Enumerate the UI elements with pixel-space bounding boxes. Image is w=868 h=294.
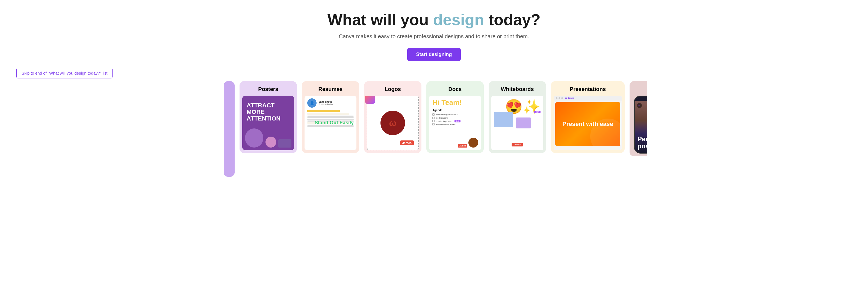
pres-dot-3: [561, 97, 563, 99]
home-icon: ⌂: [637, 97, 638, 100]
partial-card-left: [224, 81, 235, 177]
social-canva-logo-icon: ω: [639, 104, 641, 107]
card-social-body: ⌂ ••• ↗ ω Perfect your post: [629, 96, 647, 156]
docs-checkbox-1: [432, 113, 435, 116]
whiteboards-inner: 😍✨ Ash James: [491, 96, 543, 150]
docs-item-2: Ice breakers: [432, 117, 478, 119]
docs-hi-team: Hi Team!: [432, 99, 478, 106]
docs-item-text-2: Ice breakers: [436, 117, 448, 119]
docs-avatar: [468, 138, 478, 148]
headline-suffix: today?: [484, 11, 540, 28]
page-title: What will you design today?: [328, 11, 540, 28]
docs-checkbox-2: [432, 117, 435, 119]
resume-highlight: [307, 110, 340, 112]
docs-ash-tag: Ash: [455, 120, 460, 122]
card-posters[interactable]: Posters ATTRACT MORE ATTENTION: [240, 81, 297, 153]
resume-line-2: [307, 117, 354, 118]
page-wrapper: What will you design today? Canva makes …: [0, 0, 868, 294]
card-presentations-label: Presentations: [551, 81, 625, 96]
card-docs-body: Hi Team! Agenda Acknowledgement of ci...…: [426, 96, 484, 153]
wb-rectangle-1: [494, 112, 513, 127]
poster-text: ATTRACT MORE ATTENTION: [247, 102, 290, 122]
skip-link[interactable]: Skip to end of “What will you design tod…: [17, 68, 113, 79]
resume-name-block: Jane Smith Business Analyst: [319, 100, 333, 105]
resume-header: 👤 Jane Smith Business Analyst: [307, 98, 354, 108]
svg-text:ω: ω: [389, 118, 396, 128]
card-logos[interactable]: Logos ω James: [364, 81, 422, 153]
docs-item-1: Acknowledgement of ci...: [432, 113, 478, 116]
resume-name: Jane Smith: [319, 100, 333, 103]
resume-section-1: [307, 113, 349, 115]
pres-slide-text: Present with ease: [562, 121, 613, 127]
docs-item-text-3: Leadership intros: [436, 120, 452, 122]
resume-line-6: [307, 126, 354, 127]
cards-row: Posters ATTRACT MORE ATTENTION Resumes: [221, 81, 647, 182]
card-whiteboards[interactable]: Whiteboards 😍✨ Ash James: [489, 81, 546, 153]
docs-checkbox-3: [432, 120, 435, 122]
docs-item-text-1: Acknowledgement of ci...: [436, 113, 460, 116]
docs-checkbox-4: [432, 123, 435, 125]
card-whiteboards-label: Whiteboards: [489, 81, 546, 96]
headline-accent: design: [433, 11, 484, 28]
docs-inner: Hi Team! Agenda Acknowledgement of ci...…: [429, 96, 481, 150]
card-posters-body: ATTRACT MORE ATTENTION: [240, 96, 297, 153]
card-whiteboards-body: 😍✨ Ash James: [489, 96, 546, 153]
pres-dot-2: [559, 97, 560, 99]
pres-canva-logo: ω Canva: [565, 97, 574, 99]
wb-james-tag: James: [512, 143, 523, 146]
card-posters-label: Posters: [240, 81, 297, 96]
resume-line-1: [307, 116, 354, 117]
social-perfect-post: Perfect your post: [638, 136, 647, 150]
circle-large: [245, 128, 263, 148]
wb-ash-tag: Ash: [534, 111, 540, 113]
resume-avatar: 👤: [307, 98, 316, 108]
wb-rectangle-2: [516, 117, 531, 128]
docs-item-3: Leadership intros Ash: [432, 120, 478, 122]
docs-item-text-4: Breakdown of teams: [436, 123, 456, 126]
poster-circles: [245, 128, 291, 148]
social-content: ω Perfect your post: [635, 101, 647, 153]
start-designing-button[interactable]: Start designing: [407, 48, 461, 61]
social-phone-top: ⌂ ••• ↗: [635, 96, 647, 101]
standout-label: Stand Out Easily: [315, 120, 354, 126]
docs-james-tag: James: [458, 144, 467, 148]
card-logos-label: Logos: [364, 81, 422, 96]
docs-agenda: Agenda: [432, 109, 478, 112]
pres-top-bar: ω Canva: [554, 96, 622, 100]
pres-dot-1: [556, 97, 557, 99]
card-docs-label: Docs: [426, 81, 484, 96]
card-social[interactable]: Social ⌂ ••• ↗ ω Perfect your post: [629, 81, 647, 156]
resume-inner: 👤 Jane Smith Business Analyst: [305, 96, 356, 150]
card-logos-body: ω James: [364, 96, 422, 153]
poster-inner: ATTRACT MORE ATTENTION: [242, 96, 294, 150]
headline-prefix: What will you: [328, 11, 433, 28]
subtitle: Canva makes it easy to create profession…: [339, 33, 529, 40]
social-canva-badge: ω: [637, 103, 642, 108]
circle-small: [266, 137, 276, 148]
resume-title: Business Analyst: [319, 103, 333, 105]
pres-slide: Present with ease: [555, 102, 620, 146]
skip-link-wrapper: Skip to end of “What will you design tod…: [17, 68, 113, 79]
card-presentations[interactable]: Presentations ω Canva Present with ease: [551, 81, 625, 153]
card-social-label: Social: [629, 81, 647, 96]
logo-canva-main: ω: [380, 111, 405, 135]
card-resumes-body: 👤 Jane Smith Business Analyst: [302, 96, 359, 153]
docs-item-4: Breakdown of teams: [432, 123, 478, 126]
card-resumes-label: Resumes: [302, 81, 359, 96]
logo-corner-icon: [365, 96, 375, 104]
logo-tag: James: [400, 141, 414, 145]
rect-shape: [278, 139, 291, 148]
social-phone: ⌂ ••• ↗ ω Perfect your post: [634, 96, 647, 153]
logos-inner: ω James: [367, 96, 419, 150]
card-docs[interactable]: Docs Hi Team! Agenda Acknowledgement of …: [426, 81, 484, 153]
card-presentations-body: ω Canva Present with ease: [551, 96, 625, 153]
card-resumes[interactable]: Resumes 👤 Jane Smith Business Analyst: [302, 81, 359, 153]
presentations-inner: ω Canva Present with ease: [554, 96, 622, 150]
